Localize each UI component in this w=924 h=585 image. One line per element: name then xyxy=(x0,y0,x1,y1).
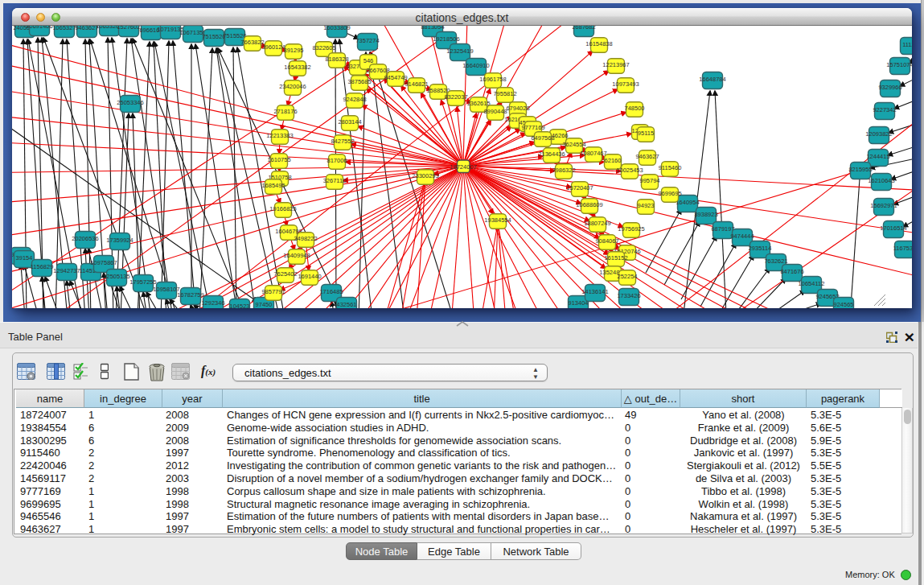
svg-text:7986322: 7986322 xyxy=(552,167,575,174)
svg-text:16782759: 16782759 xyxy=(177,291,203,299)
svg-text:20691406: 20691406 xyxy=(26,26,52,30)
svg-text:12213967: 12213967 xyxy=(602,61,629,68)
svg-text:748500: 748500 xyxy=(624,105,644,112)
svg-text:12093822: 12093822 xyxy=(865,130,892,138)
svg-text:15751074: 15751074 xyxy=(886,61,912,68)
svg-text:2718176: 2718176 xyxy=(273,108,297,115)
svg-text:19384554: 19384554 xyxy=(484,216,511,224)
svg-text:1527602: 1527602 xyxy=(117,26,140,31)
svg-text:9146821: 9146821 xyxy=(405,80,428,88)
svg-text:62160: 62160 xyxy=(605,157,622,164)
svg-text:1362615: 1362615 xyxy=(466,100,490,107)
svg-text:10973493: 10973493 xyxy=(612,80,639,88)
svg-text:1065327: 1065327 xyxy=(52,26,76,31)
svg-text:9463627: 9463627 xyxy=(635,153,659,160)
svg-text:12325419: 12325419 xyxy=(446,47,473,55)
svg-text:8322037: 8322037 xyxy=(444,93,467,101)
svg-text:9084067: 9084067 xyxy=(595,237,618,245)
svg-text:924565: 924565 xyxy=(833,301,853,308)
svg-text:8454749: 8454749 xyxy=(384,74,407,81)
svg-text:2687682: 2687682 xyxy=(572,26,595,31)
svg-text:16648784: 16648784 xyxy=(699,76,725,83)
svg-text:891295: 891295 xyxy=(283,47,303,54)
svg-text:9227342: 9227342 xyxy=(873,106,896,113)
svg-text:9699695: 9699695 xyxy=(658,190,681,197)
svg-text:1156829: 1156829 xyxy=(31,263,54,270)
svg-text:8938923: 8938923 xyxy=(694,211,717,218)
svg-text:1615152: 1615152 xyxy=(604,254,627,262)
svg-text:995794: 995794 xyxy=(639,177,659,184)
svg-text:432561: 432561 xyxy=(336,301,356,308)
svg-text:10807467: 10807467 xyxy=(580,150,606,157)
svg-text:19166825: 19166825 xyxy=(269,205,296,212)
svg-text:252254: 252254 xyxy=(617,273,637,280)
svg-text:3624554: 3624554 xyxy=(562,141,585,148)
svg-text:817006: 817006 xyxy=(326,157,347,164)
svg-text:7663822: 7663822 xyxy=(240,39,264,46)
svg-text:20206536: 20206536 xyxy=(72,235,98,242)
svg-text:7357274: 7357274 xyxy=(355,37,379,44)
svg-text:1610755: 1610755 xyxy=(267,156,290,163)
svg-text:16640910: 16640910 xyxy=(462,62,489,69)
svg-text:8813054: 8813054 xyxy=(421,26,444,31)
svg-text:8322605: 8322605 xyxy=(312,44,335,51)
svg-text:10025453: 10025453 xyxy=(616,167,643,174)
svg-text:19756925: 19756925 xyxy=(618,225,644,233)
svg-text:17016514: 17016514 xyxy=(880,225,906,232)
svg-text:16154838: 16154838 xyxy=(585,40,612,47)
svg-text:9463627: 9463627 xyxy=(75,26,98,31)
svg-text:2803144: 2803144 xyxy=(338,118,361,126)
svg-text:95115: 95115 xyxy=(638,130,654,137)
svg-text:11123: 11123 xyxy=(902,41,912,48)
svg-text:3960124: 3960124 xyxy=(261,43,285,51)
svg-text:6879197: 6879197 xyxy=(711,225,734,233)
svg-text:10975867: 10975867 xyxy=(90,259,117,266)
svg-text:1640954: 1640954 xyxy=(676,199,699,206)
svg-text:9474444: 9474444 xyxy=(730,233,754,240)
svg-text:94923: 94923 xyxy=(638,202,655,209)
svg-text:8186328: 8186328 xyxy=(325,56,348,63)
svg-text:14136141: 14136141 xyxy=(581,288,608,295)
svg-text:16409948: 16409948 xyxy=(283,252,310,259)
svg-text:8427552: 8427552 xyxy=(331,138,354,145)
svg-text:9857791: 9857791 xyxy=(261,288,285,295)
svg-text:104523: 104523 xyxy=(229,303,249,308)
svg-text:7515526: 7515526 xyxy=(202,33,225,40)
svg-text:97450: 97450 xyxy=(256,301,273,308)
svg-text:16033809: 16033809 xyxy=(323,26,350,31)
svg-text:7625402: 7625402 xyxy=(273,270,297,278)
svg-text:10958107: 10958107 xyxy=(153,286,179,293)
svg-text:913404: 913404 xyxy=(568,299,588,307)
svg-text:19218506: 19218506 xyxy=(433,35,459,43)
svg-text:546: 546 xyxy=(363,57,374,64)
svg-text:9242848: 9242848 xyxy=(343,96,366,103)
svg-text:1716485: 1716485 xyxy=(319,288,343,295)
svg-text:16210643: 16210643 xyxy=(868,177,894,184)
svg-text:1167534: 1167534 xyxy=(893,245,912,252)
svg-text:7955812: 7955812 xyxy=(493,90,516,97)
svg-text:1244415: 1244415 xyxy=(866,153,889,160)
svg-text:18724007: 18724007 xyxy=(450,163,476,171)
svg-text:39154: 39154 xyxy=(16,254,33,262)
svg-text:9329966: 9329966 xyxy=(878,84,901,91)
svg-text:8990448: 8990448 xyxy=(483,108,507,115)
svg-text:6794028: 6794028 xyxy=(506,105,529,112)
svg-text:8471676: 8471676 xyxy=(780,268,803,275)
svg-text:15692971: 15692971 xyxy=(870,202,897,209)
svg-text:2935114: 2935114 xyxy=(749,245,772,252)
svg-text:1292346: 1292346 xyxy=(201,299,224,307)
svg-text:15720407: 15720407 xyxy=(566,184,593,192)
svg-text:16961758: 16961758 xyxy=(479,76,506,83)
svg-text:9777169: 9777169 xyxy=(521,124,544,131)
svg-text:25053346: 25053346 xyxy=(117,99,143,106)
svg-text:3875685: 3875685 xyxy=(347,78,371,85)
svg-text:6497568: 6497568 xyxy=(531,134,554,142)
svg-text:9115460: 9115460 xyxy=(659,164,682,171)
svg-text:8215955: 8215955 xyxy=(848,166,872,173)
svg-text:10654112: 10654112 xyxy=(799,280,825,287)
svg-text:7632621: 7632621 xyxy=(764,257,787,265)
svg-text:1685495: 1685495 xyxy=(261,182,285,189)
svg-text:2667608: 2667608 xyxy=(366,67,389,74)
svg-text:21364436: 21364436 xyxy=(538,150,565,158)
svg-text:23300293: 23300293 xyxy=(412,172,438,179)
